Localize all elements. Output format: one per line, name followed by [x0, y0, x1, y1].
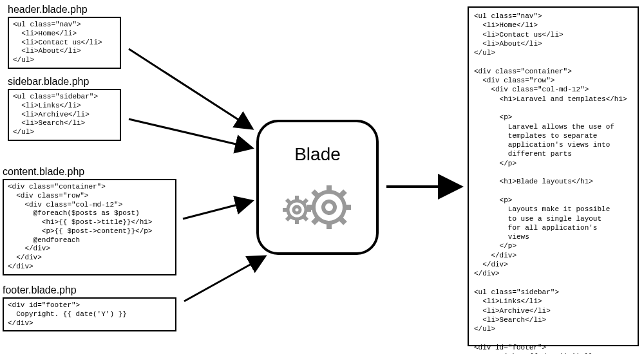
- arrow-engine-to-output: [0, 0, 644, 354]
